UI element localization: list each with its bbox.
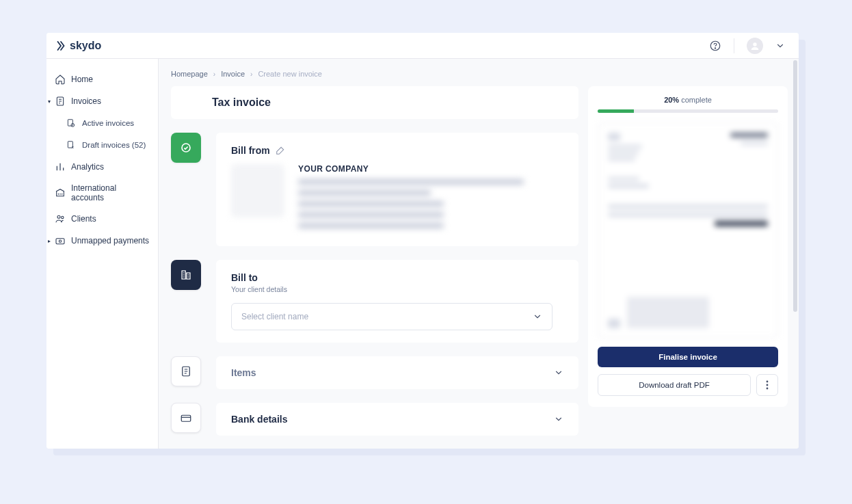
sidebar-label: Analytics bbox=[71, 162, 104, 172]
chevron-down-icon bbox=[554, 414, 563, 424]
scrollbar[interactable] bbox=[793, 60, 797, 447]
bill-from-status-icon bbox=[171, 133, 201, 163]
svg-point-2 bbox=[753, 42, 756, 46]
svg-point-10 bbox=[59, 240, 61, 242]
bank-icon bbox=[55, 187, 66, 198]
sidebar-label: Draft invoices (52) bbox=[82, 141, 146, 149]
sidebar-item-analytics[interactable]: Analytics bbox=[46, 156, 158, 178]
svg-point-1 bbox=[715, 47, 715, 48]
items-icon bbox=[171, 356, 201, 386]
home-icon bbox=[55, 74, 66, 85]
topbar-divider bbox=[734, 38, 734, 53]
chevron-down-icon bbox=[533, 312, 542, 321]
company-name: YOUR COMPANY bbox=[298, 164, 563, 174]
finalise-invoice-button[interactable]: Finalise invoice bbox=[598, 347, 778, 367]
bill-to-subtitle: Your client details bbox=[231, 285, 563, 293]
sidebar-item-home[interactable]: Home bbox=[46, 68, 158, 90]
svg-rect-15 bbox=[181, 415, 191, 421]
progress-bar bbox=[598, 109, 778, 113]
download-draft-button[interactable]: Download draft PDF bbox=[598, 374, 751, 396]
bill-to-title: Bill to bbox=[231, 272, 563, 283]
bank-section-toggle[interactable]: Bank details bbox=[216, 403, 578, 436]
scrollbar-thumb[interactable] bbox=[793, 60, 797, 312]
main-content: Homepage › Invoice › Create new invoice … bbox=[159, 59, 799, 449]
svg-point-16 bbox=[767, 381, 769, 383]
bill-to-icon bbox=[171, 260, 201, 290]
sidebar-item-active-invoices[interactable]: Active invoices bbox=[46, 112, 158, 134]
svg-point-18 bbox=[767, 388, 769, 390]
svg-point-17 bbox=[767, 384, 769, 386]
analytics-icon bbox=[55, 161, 66, 172]
sidebar-label: Home bbox=[71, 75, 93, 84]
progress-label: 20% complete bbox=[598, 96, 778, 104]
sidebar-item-draft-invoices[interactable]: Draft invoices (52) bbox=[46, 134, 158, 156]
sidebar-label: Invoices bbox=[71, 96, 101, 106]
edit-icon[interactable] bbox=[276, 146, 285, 155]
bill-from-section: Bill from YOUR COMPANY bbox=[171, 133, 578, 246]
draft-invoice-icon bbox=[66, 140, 77, 150]
sidebar-item-clients[interactable]: Clients bbox=[46, 208, 158, 230]
items-section: Items bbox=[171, 356, 578, 389]
svg-rect-13 bbox=[187, 273, 190, 279]
app-window: skydo bbox=[46, 33, 799, 449]
user-menu-caret-icon[interactable] bbox=[775, 41, 785, 51]
bank-section: Bank details bbox=[171, 403, 578, 436]
user-avatar[interactable] bbox=[747, 38, 763, 54]
sidebar-label: Clients bbox=[71, 214, 96, 224]
svg-rect-4 bbox=[68, 120, 72, 126]
brand-logo[interactable]: skydo bbox=[55, 40, 101, 52]
sidebar-label: Unmapped payments bbox=[71, 236, 149, 246]
company-details-redacted bbox=[298, 179, 563, 228]
topbar-actions bbox=[709, 38, 785, 54]
sidebar: Home ▾ Invoices Active invoices Draft i bbox=[46, 59, 159, 449]
client-select[interactable]: Select client name bbox=[231, 303, 553, 330]
sidebar-label: International accounts bbox=[71, 183, 150, 202]
chevron-down-icon bbox=[554, 368, 563, 377]
breadcrumb-home[interactable]: Homepage bbox=[171, 70, 208, 78]
chevron-right-icon: › bbox=[213, 70, 215, 78]
sidebar-item-invoices[interactable]: ▾ Invoices bbox=[46, 90, 158, 112]
sidebar-item-international[interactable]: International accounts bbox=[46, 178, 158, 208]
company-logo-placeholder bbox=[231, 164, 284, 217]
brand-name: skydo bbox=[70, 40, 101, 52]
items-section-toggle[interactable]: Items bbox=[216, 356, 578, 389]
bill-from-title: Bill from bbox=[231, 145, 563, 156]
invoice-icon bbox=[55, 96, 66, 107]
payments-icon bbox=[55, 235, 66, 246]
help-icon[interactable] bbox=[709, 40, 721, 52]
more-actions-button[interactable] bbox=[756, 374, 778, 396]
chevron-right-icon: › bbox=[250, 70, 252, 78]
sidebar-label: Active invoices bbox=[82, 119, 134, 127]
expand-caret-icon: ▸ bbox=[48, 238, 51, 244]
sidebar-item-unmapped[interactable]: ▸ Unmapped payments bbox=[46, 230, 158, 252]
brand-mark-icon bbox=[55, 40, 67, 52]
breadcrumb-current: Create new invoice bbox=[258, 70, 322, 78]
topbar: skydo bbox=[46, 33, 799, 59]
svg-rect-9 bbox=[56, 239, 64, 244]
page-title: Tax invoice bbox=[171, 86, 578, 119]
breadcrumb-invoice[interactable]: Invoice bbox=[221, 70, 245, 78]
breadcrumb: Homepage › Invoice › Create new invoice bbox=[159, 59, 788, 86]
progress-fill bbox=[598, 109, 634, 113]
bank-details-icon bbox=[171, 403, 201, 433]
client-select-placeholder: Select client name bbox=[241, 312, 308, 321]
collapse-caret-icon: ▾ bbox=[48, 98, 51, 105]
active-invoice-icon bbox=[66, 118, 77, 129]
svg-point-7 bbox=[57, 215, 60, 218]
svg-point-8 bbox=[62, 216, 64, 218]
bill-to-section: Bill to Your client details Select clien… bbox=[171, 260, 578, 343]
invoice-preview-thumbnail bbox=[598, 122, 778, 339]
invoice-preview-panel: 20% complete bbox=[588, 86, 788, 407]
clients-icon bbox=[55, 213, 66, 224]
kebab-icon bbox=[766, 380, 769, 390]
